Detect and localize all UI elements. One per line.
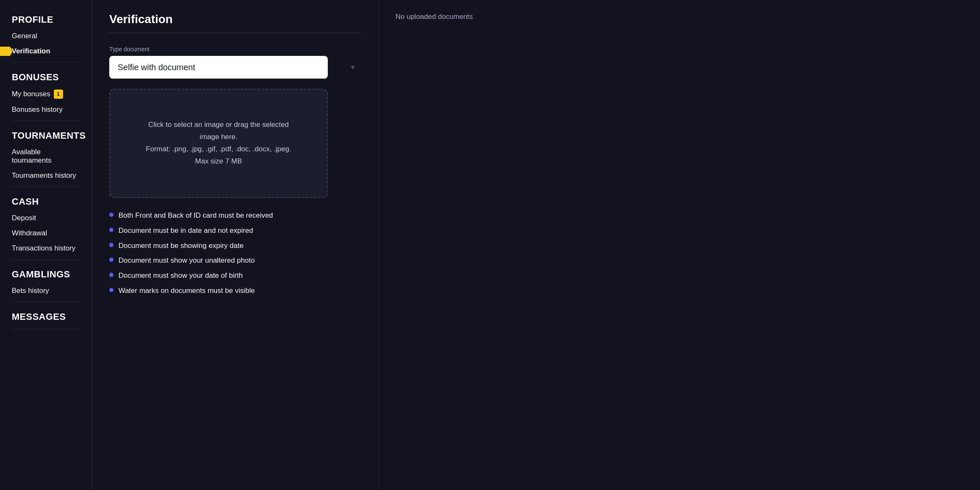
upload-area-text: Click to select an image or drag the sel…: [146, 119, 291, 168]
sidebar-divider-5: [12, 329, 80, 329]
sidebar-section-title-3: CASH: [0, 190, 92, 211]
requirement-item: Both Front and Back of ID card must be r…: [109, 211, 361, 221]
sidebar-item-general[interactable]: General: [0, 29, 92, 44]
sidebar-item-tournaments-history[interactable]: Tournaments history: [0, 168, 92, 183]
document-type-select-wrapper: Selfie with documentPassportID CardDrive…: [109, 56, 361, 79]
sidebar-item-withdrawal-label: Withdrawal: [12, 229, 47, 237]
requirement-text: Document must show your unaltered photo: [119, 256, 255, 266]
sidebar-item-withdrawal[interactable]: Withdrawal: [0, 226, 92, 241]
sidebar-section-title-0: PROFILE: [0, 8, 92, 29]
page-title: Verification: [109, 13, 361, 26]
sidebar-item-verification[interactable]: Verification: [0, 44, 92, 59]
sidebar-section-title-4: GAMBLINGS: [0, 263, 92, 283]
chevron-down-icon: ▾: [351, 63, 355, 72]
bullet-icon: [109, 288, 113, 292]
requirements-list: Both Front and Back of ID card must be r…: [109, 211, 361, 296]
requirement-text: Both Front and Back of ID card must be r…: [119, 211, 273, 221]
bullet-icon: [109, 228, 113, 232]
upload-line4: Max size 7 MB: [195, 157, 242, 165]
sidebar-item-available-tournaments-label: Available tournaments: [12, 148, 80, 165]
requirement-item: Document must show your unaltered photo: [109, 256, 361, 266]
upload-area[interactable]: Click to select an image or drag the sel…: [109, 89, 328, 198]
sidebar-item-tournaments-history-label: Tournaments history: [12, 171, 76, 180]
sidebar-section-title-2: TOURNAMENTS: [0, 124, 92, 145]
requirement-item: Document must be showing expiry date: [109, 241, 361, 251]
sidebar-item-bonuses-history-label: Bonuses history: [12, 105, 63, 114]
requirement-item: Document must be in date and not expired: [109, 226, 361, 236]
document-type-label: Type document: [109, 46, 361, 53]
sidebar-item-my-bonuses-badge: 1: [54, 90, 63, 99]
right-panel: No uploaded documents: [378, 0, 513, 490]
sidebar-section-title-5: MESSAGES: [0, 306, 92, 326]
sidebar-item-available-tournaments[interactable]: Available tournaments: [0, 145, 92, 168]
sidebar-item-my-bonuses-label: My bonuses: [12, 90, 50, 98]
sidebar-item-deposit-label: Deposit: [12, 214, 36, 222]
bullet-icon: [109, 273, 113, 277]
sidebar-item-my-bonuses[interactable]: My bonuses1: [0, 86, 92, 102]
requirement-text: Document must show your date of birth: [119, 271, 243, 281]
sidebar-item-bonuses-history[interactable]: Bonuses history: [0, 102, 92, 117]
requirement-item: Water marks on documents must be visible: [109, 286, 361, 296]
bullet-icon: [109, 213, 113, 217]
sidebar-item-bets-history-label: Bets history: [12, 287, 49, 295]
sidebar-divider-3: [12, 259, 80, 260]
main-content: Verification Type document Selfie with d…: [92, 0, 378, 490]
no-docs-text: No uploaded documents: [395, 13, 473, 21]
sidebar-divider-2: [12, 187, 80, 187]
upload-line1: Click to select an image or drag the sel…: [148, 121, 289, 129]
sidebar-divider-1: [12, 121, 80, 121]
sidebar-item-bets-history[interactable]: Bets history: [0, 283, 92, 298]
sidebar-item-deposit[interactable]: Deposit: [0, 211, 92, 226]
bullet-icon: [109, 258, 113, 262]
sidebar-divider-0: [12, 62, 80, 63]
sidebar-divider-4: [12, 302, 80, 302]
requirement-item: Document must show your date of birth: [109, 271, 361, 281]
sidebar-section-title-1: BONUSES: [0, 66, 92, 86]
sidebar-item-transactions-history-label: Transactions history: [12, 244, 75, 253]
title-divider: [109, 33, 361, 33]
upload-line2: image here.: [200, 133, 237, 141]
sidebar-item-general-label: General: [12, 32, 37, 40]
sidebar-item-transactions-history[interactable]: Transactions history: [0, 241, 92, 256]
document-type-select[interactable]: Selfie with documentPassportID CardDrive…: [109, 56, 328, 79]
upload-line3: Format: .png, .jpg, .gif, .pdf, .doc, .d…: [146, 145, 291, 153]
requirement-text: Water marks on documents must be visible: [119, 286, 255, 296]
sidebar: PROFILEGeneralVerificationBONUSESMy bonu…: [0, 0, 92, 490]
sidebar-item-verification-label: Verification: [12, 47, 50, 55]
requirement-text: Document must be in date and not expired: [119, 226, 253, 236]
bullet-icon: [109, 243, 113, 247]
requirement-text: Document must be showing expiry date: [119, 241, 244, 251]
